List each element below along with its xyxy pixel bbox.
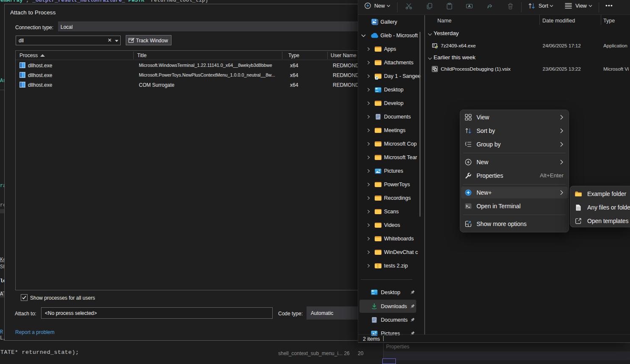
- svg-text:7: 7: [433, 44, 435, 47]
